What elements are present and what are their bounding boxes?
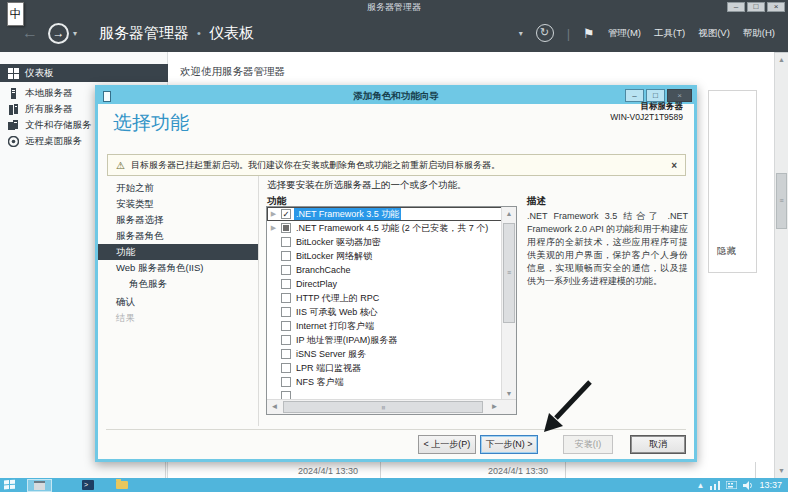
hide-button[interactable]: 隐藏 (717, 245, 736, 258)
feature-checkbox[interactable] (281, 307, 291, 317)
step-web-server-iis[interactable]: Web 服务器角色(IIS) (98, 260, 258, 276)
cancel-button[interactable]: 取消 (630, 435, 686, 454)
feature-checkbox[interactable] (281, 363, 291, 373)
feature-row[interactable]: ▶.NET Framework 4.5 功能 (2 个已安装，共 7 个) (267, 221, 502, 235)
feature-row[interactable]: LPR 端口监视器 (267, 361, 502, 375)
feature-checkbox[interactable]: ✓ (281, 209, 291, 219)
feature-checkbox[interactable] (281, 335, 291, 345)
file-storage-icon (8, 120, 19, 131)
restore-icon[interactable]: □ (747, 2, 765, 12)
feature-row[interactable]: iSNS Server 服务 (267, 347, 502, 361)
feature-row[interactable]: DirectPlay (267, 277, 502, 291)
scroll-right-icon[interactable]: ► (488, 401, 501, 413)
step-server-selection[interactable]: 服务器选择 (98, 212, 258, 228)
menu-help[interactable]: 帮助(H) (743, 27, 775, 40)
dialog-close-icon[interactable]: × (667, 89, 692, 102)
close-icon[interactable]: × (767, 2, 785, 12)
feature-label: NFS 客户端 (294, 376, 346, 388)
breadcrumb-root[interactable]: 服务器管理器 (99, 24, 189, 43)
feature-row[interactable]: HTTP 代理上的 RPC (267, 291, 502, 305)
scroll-down-icon[interactable]: ▼ (775, 464, 788, 477)
menu-manage[interactable]: 管理(M) (608, 27, 641, 40)
tray-expand-icon[interactable]: ▲ (697, 481, 705, 490)
feature-row[interactable]: BranchCache (267, 263, 502, 277)
next-button[interactable]: 下一步(N) > (480, 435, 538, 454)
network-icon[interactable] (710, 481, 720, 490)
step-role-services[interactable]: 角色服务 (98, 276, 258, 292)
scroll-up-icon[interactable]: ▲ (502, 207, 516, 220)
step-install-type[interactable]: 安装类型 (98, 196, 258, 212)
step-server-roles[interactable]: 服务器角色 (98, 228, 258, 244)
feature-checkbox[interactable] (281, 265, 291, 275)
feature-row[interactable]: IIS 可承载 Web 核心 (267, 305, 502, 319)
feature-checkbox[interactable] (281, 237, 291, 247)
footer-divider (106, 429, 686, 430)
scroll-up-icon[interactable]: ▲ (775, 53, 788, 66)
dialog-minimize-icon[interactable]: – (625, 89, 644, 102)
taskbar-folder[interactable] (110, 479, 134, 492)
features-listbox: ▶✓.NET Framework 3.5 功能▶.NET Framework 4… (266, 206, 517, 415)
taskbar-server-manager[interactable] (27, 479, 52, 492)
main-scrollbar-thumb[interactable]: ≡ (776, 173, 787, 229)
back-icon[interactable]: ← (22, 24, 38, 42)
main-scrollbar[interactable]: ▲ ≡ ▼ (774, 53, 788, 478)
page-title: 选择功能 (113, 110, 189, 136)
welcome-heading: 欢迎使用服务器管理器 (180, 65, 285, 79)
scroll-left-icon[interactable]: ◄ (268, 401, 281, 413)
expander-icon[interactable]: ▶ (269, 224, 278, 232)
step-confirmation[interactable]: 确认 (98, 294, 258, 310)
server-manager-icon (34, 481, 45, 490)
feature-label: IIS 可承载 Web 核心 (294, 306, 380, 318)
step-features[interactable]: 功能 (98, 244, 258, 260)
start-button[interactable] (4, 480, 17, 491)
dashboard-icon (8, 68, 19, 79)
grip-icon: ≡ (378, 405, 389, 409)
refresh-icon[interactable]: ↻ (536, 24, 554, 42)
features-horizontal-scrollbar[interactable]: ◄ ≡ ► (267, 399, 516, 414)
breadcrumb: 服务器管理器 • 仪表板 (99, 24, 254, 43)
forward-icon[interactable]: → (48, 23, 69, 44)
feature-row[interactable]: BitLocker 驱动器加密 (267, 235, 502, 249)
breadcrumb-current: 仪表板 (209, 24, 254, 43)
taskbar: > ▲ 13:37 (0, 478, 788, 492)
menu-tools[interactable]: 工具(T) (654, 27, 685, 40)
minimize-icon[interactable]: – (727, 2, 745, 12)
feature-label: BitLocker 网络解锁 (294, 250, 374, 262)
previous-button[interactable]: < 上一步(P) (418, 435, 476, 454)
feature-label: LPR 端口监视器 (294, 362, 363, 374)
notifications-dropdown-icon[interactable]: ▾ (519, 29, 523, 38)
system-tray: ▲ 13:37 (697, 480, 782, 490)
menu-view[interactable]: 视图(V) (698, 27, 730, 40)
feature-checkbox[interactable] (281, 251, 291, 261)
notification-flag-icon[interactable]: ⚑ (583, 26, 595, 41)
feature-row[interactable]: Internet 打印客户端 (267, 319, 502, 333)
sidebar-item-label: 仪表板 (25, 67, 54, 80)
features-vertical-scrollbar[interactable]: ▲ ≡ ▼ (501, 207, 516, 400)
feature-description: .NET Framework 3.5 结合了 .NET Framework 2.… (527, 210, 688, 288)
feature-checkbox[interactable] (281, 279, 291, 289)
feature-row[interactable]: NFS 客户端 (267, 375, 502, 389)
features-scrollbar-thumb[interactable]: ≡ (503, 223, 515, 323)
feature-row[interactable]: IP 地址管理(IPAM)服务器 (267, 333, 502, 347)
features-hscrollbar-thumb[interactable]: ≡ (283, 401, 483, 413)
step-before-begin[interactable]: 开始之前 (98, 180, 258, 196)
wizard-icon (103, 91, 111, 102)
feature-row[interactable]: ▶✓.NET Framework 3.5 功能 (267, 207, 502, 221)
forward-dropdown-icon[interactable]: ▾ (73, 29, 77, 38)
warning-close-icon[interactable]: × (671, 160, 677, 171)
speaker-icon[interactable] (743, 481, 753, 490)
dialog-titlebar[interactable]: 添加角色和功能向导 – □ × (98, 88, 694, 104)
feature-row[interactable]: BitLocker 网络解锁 (267, 249, 502, 263)
feature-checkbox[interactable] (281, 223, 291, 233)
keyboard-icon[interactable] (726, 481, 737, 489)
feature-checkbox[interactable] (281, 349, 291, 359)
feature-checkbox[interactable] (281, 293, 291, 303)
sidebar-item-dashboard[interactable]: 仪表板 (0, 64, 168, 82)
feature-checkbox[interactable] (281, 321, 291, 331)
expander-icon[interactable]: ▶ (269, 210, 278, 218)
taskbar-powershell[interactable]: > (76, 479, 100, 492)
instruction-text: 选择要安装在所选服务器上的一个或多个功能。 (267, 179, 467, 192)
ime-indicator[interactable]: 中 (7, 2, 24, 26)
dialog-maximize-icon[interactable]: □ (646, 89, 665, 102)
feature-checkbox[interactable] (281, 377, 291, 387)
